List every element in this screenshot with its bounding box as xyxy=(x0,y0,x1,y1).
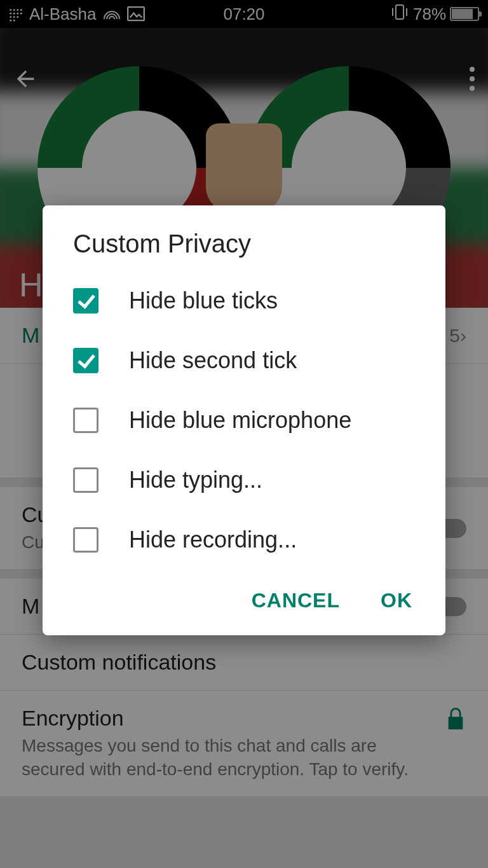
option-label: Hide blue ticks xyxy=(129,287,278,314)
checkbox-hide-recording[interactable] xyxy=(73,527,98,553)
ok-button[interactable]: OK xyxy=(373,584,420,617)
option-hide-blue-ticks[interactable]: Hide blue ticks xyxy=(43,271,445,331)
checkbox-hide-second-tick[interactable] xyxy=(73,348,98,373)
option-hide-typing[interactable]: Hide typing... xyxy=(43,450,445,510)
option-label: Hide blue microphone xyxy=(129,407,351,434)
custom-privacy-dialog: Custom Privacy Hide blue ticks Hide seco… xyxy=(43,205,445,635)
option-hide-recording[interactable]: Hide recording... xyxy=(43,510,445,570)
checkbox-hide-blue-microphone[interactable] xyxy=(73,408,98,433)
option-hide-blue-microphone[interactable]: Hide blue microphone xyxy=(43,390,445,450)
checkbox-hide-typing[interactable] xyxy=(73,467,98,493)
option-label: Hide second tick xyxy=(129,347,297,374)
option-label: Hide recording... xyxy=(129,527,297,553)
cancel-button[interactable]: CANCEL xyxy=(244,584,348,617)
option-label: Hide typing... xyxy=(129,467,262,493)
checkbox-hide-blue-ticks[interactable] xyxy=(73,288,98,313)
option-hide-second-tick[interactable]: Hide second tick xyxy=(43,331,445,390)
dialog-title: Custom Privacy xyxy=(43,205,445,271)
